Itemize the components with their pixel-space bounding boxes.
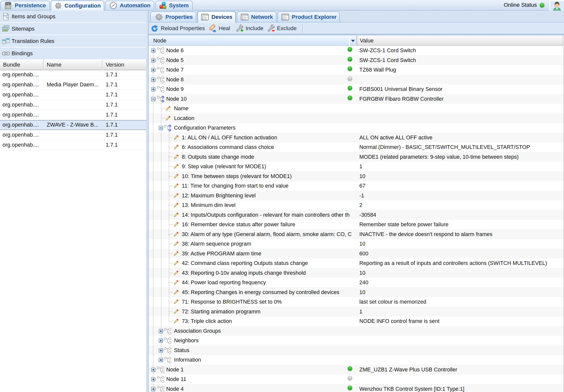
svg-text:SQL: SQL (6, 3, 10, 5)
